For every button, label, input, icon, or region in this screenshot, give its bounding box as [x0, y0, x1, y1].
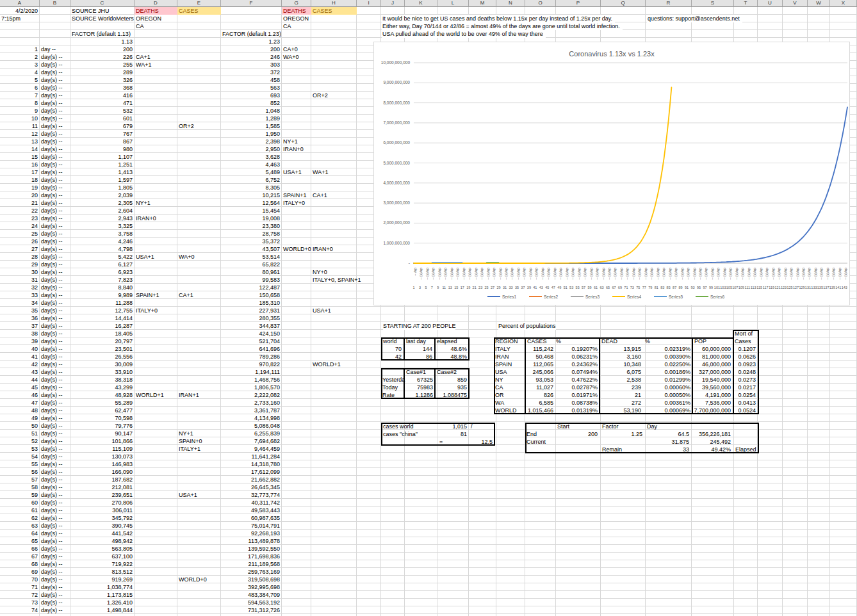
value-113x[interactable]: 980 — [70, 145, 135, 153]
value-113x[interactable]: 2,305 — [70, 199, 135, 207]
value-123x[interactable]: 392,995,698 — [221, 583, 282, 591]
table-cell[interactable]: 49.42% — [680, 446, 731, 453]
value-123x[interactable]: 122,487 — [221, 284, 282, 291]
value-113x[interactable]: 8,840 — [70, 284, 135, 291]
value-113x[interactable]: 6,923 — [70, 268, 135, 276]
column-header-D[interactable]: D — [135, 0, 177, 7]
day-label[interactable]: day(s) -- — [40, 599, 70, 606]
note-cell-2[interactable]: Either way, Day 70/144 or 42/86 = almost… — [382, 22, 623, 30]
value-113x[interactable]: 498,942 — [70, 537, 135, 545]
deaths-annotation-2[interactable]: WA+0 — [282, 53, 311, 61]
table-cell[interactable]: 21 — [590, 391, 641, 399]
column-header-A[interactable]: A — [0, 0, 40, 7]
table-cell[interactable]: cases "china" — [383, 430, 418, 438]
cases-annotation[interactable]: NY+1 — [177, 430, 221, 437]
deaths-annotation[interactable]: WA+1 — [135, 61, 177, 69]
value-113x[interactable]: 813,512 — [70, 568, 135, 576]
day-label[interactable]: day(s) -- — [40, 299, 70, 307]
column-header-L[interactable]: L — [437, 0, 469, 7]
day-number[interactable]: 60 — [0, 499, 40, 507]
value-123x[interactable]: 1,468,756 — [221, 376, 282, 384]
day-number[interactable]: 1 — [0, 45, 40, 53]
value-113x[interactable]: 239,651 — [70, 491, 135, 499]
column-header-X[interactable]: X — [830, 0, 857, 7]
deaths-header-cell-2[interactable]: DEATHS — [282, 7, 311, 15]
value-123x[interactable]: 2,950 — [221, 145, 282, 153]
date-cell[interactable]: 4/2/2020 — [0, 7, 40, 15]
day-label[interactable]: day(s) -- — [40, 284, 70, 291]
table-cell[interactable]: 0.0524 — [705, 407, 756, 414]
day-number[interactable]: 52 — [0, 437, 40, 445]
column-header-K[interactable]: K — [405, 0, 437, 7]
table-cell[interactable]: 13,915 — [590, 345, 641, 353]
day-number[interactable]: 57 — [0, 476, 40, 483]
table-cell[interactable]: / — [471, 423, 473, 430]
value-123x[interactable]: 11,641,284 — [221, 453, 282, 460]
value-113x[interactable]: 532 — [70, 107, 135, 115]
day-number[interactable]: 2 — [0, 53, 40, 61]
day-number[interactable]: 53 — [0, 445, 40, 453]
value-123x[interactable]: 246 — [221, 53, 282, 61]
day-label[interactable]: day(s) -- — [40, 537, 70, 545]
day-number[interactable]: 20 — [0, 191, 40, 199]
value-113x[interactable]: 1,173,815 — [70, 591, 135, 599]
day-label[interactable]: day(s) -- — [40, 522, 70, 530]
value-123x[interactable]: 65,822 — [221, 261, 282, 268]
table-cell[interactable]: 0.0254 — [705, 391, 756, 399]
table-cell[interactable]: 93,053 — [502, 376, 553, 384]
cases-annotation-2[interactable]: OR+2 — [311, 92, 357, 99]
value-123x[interactable]: 5,489 — [221, 168, 282, 176]
day-label[interactable]: day(s) -- — [40, 168, 70, 176]
table-cell[interactable]: DEAD — [601, 337, 617, 345]
day-label[interactable]: day(s) -- — [40, 176, 70, 184]
value-113x[interactable]: 270,806 — [70, 499, 135, 507]
value-123x[interactable]: 303 — [221, 61, 282, 69]
factor1-value-cell[interactable]: 1.13 — [70, 38, 135, 45]
table-cell[interactable]: 826 — [502, 391, 553, 399]
day-label[interactable]: day(s) -- — [40, 583, 70, 591]
deaths-annotation[interactable]: ITALY+0 — [135, 307, 177, 314]
value-113x[interactable]: 1,413 — [70, 168, 135, 176]
table-cell[interactable]: 935 — [416, 384, 467, 391]
day-label[interactable]: day(s) -- — [40, 191, 70, 199]
value-113x[interactable]: 48,928 — [70, 391, 135, 399]
value-123x[interactable]: 12,564 — [221, 199, 282, 207]
day-label[interactable]: day(s) -- — [40, 99, 70, 107]
chart[interactable]: 10,000,000,0009,000,000,0008,000,000,000… — [373, 42, 850, 305]
cases-annotation-2[interactable]: USA+1 — [311, 307, 357, 314]
day-label[interactable]: day(s) -- — [40, 361, 70, 368]
day-label[interactable]: day(s) -- — [40, 61, 70, 69]
day-label[interactable]: day(s) -- — [40, 399, 70, 407]
day-number[interactable]: 14 — [0, 145, 40, 153]
value-113x[interactable]: 3,758 — [70, 230, 135, 238]
value-113x[interactable]: 212,081 — [70, 483, 135, 491]
deaths-header-cell[interactable]: DEATHS — [135, 7, 177, 15]
day-number[interactable]: 70 — [0, 576, 40, 583]
day-label[interactable]: day(s) -- — [40, 184, 70, 191]
value-123x[interactable]: 6,752 — [221, 176, 282, 184]
value-123x[interactable]: 563 — [221, 84, 282, 92]
value-123x[interactable]: 3,361,787 — [221, 407, 282, 414]
value-123x[interactable]: 10,215 — [221, 191, 282, 199]
table-cell[interactable]: CASES — [527, 337, 547, 345]
value-123x[interactable]: 1,194,111 — [221, 368, 282, 376]
value-113x[interactable]: 919,269 — [70, 576, 135, 583]
day-label[interactable]: day(s) -- — [40, 330, 70, 337]
cases-header-cell[interactable]: CASES — [177, 7, 221, 15]
table-cell[interactable]: 1,015 — [416, 423, 467, 430]
value-113x[interactable]: 62,477 — [70, 407, 135, 414]
day-label[interactable]: day(s) -- — [40, 130, 70, 138]
value-123x[interactable]: 4,134,998 — [221, 414, 282, 422]
value-123x[interactable]: 171,698,836 — [221, 553, 282, 560]
value-123x[interactable]: 8,305 — [221, 184, 282, 191]
day-number[interactable]: 48 — [0, 407, 40, 414]
day-number[interactable]: 62 — [0, 514, 40, 522]
deaths-annotation[interactable]: NY+1 — [135, 199, 177, 207]
table-cell[interactable]: 0.0273 — [705, 376, 756, 384]
day-number[interactable]: 5 — [0, 76, 40, 84]
day-number[interactable]: 25 — [0, 230, 40, 238]
column-header-M[interactable]: M — [469, 0, 496, 7]
day-label[interactable]: day(s) -- — [40, 553, 70, 560]
day-label[interactable]: day(s) -- — [40, 391, 70, 399]
day-label[interactable]: day(s) -- — [40, 422, 70, 430]
